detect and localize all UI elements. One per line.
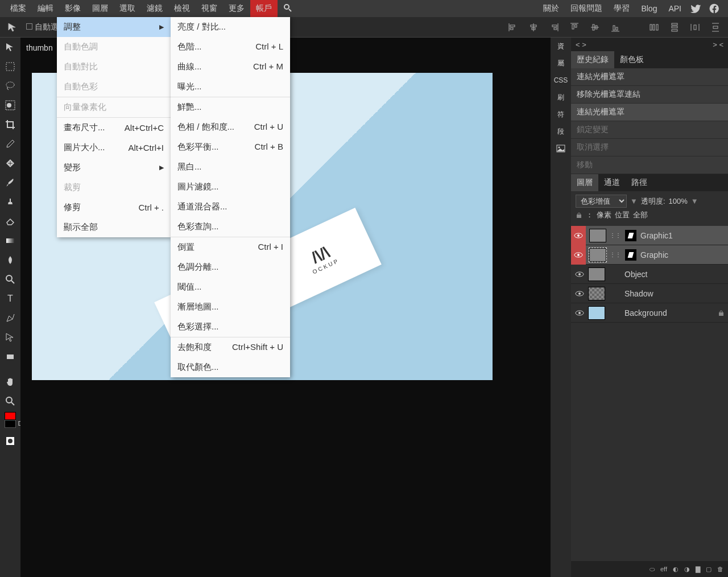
quickmask-toggle[interactable]: [0, 431, 20, 451]
menu-invert[interactable]: 倒置Ctrl + I: [171, 237, 290, 257]
link-icon[interactable]: ⋮⋮: [610, 232, 621, 238]
tab-layers[interactable]: 圖層: [571, 174, 598, 191]
menu-desaturate[interactable]: 去飽和度Ctrl+Shift + U: [171, 337, 290, 357]
new-layer-icon[interactable]: ▢: [706, 566, 712, 573]
blur-tool[interactable]: [0, 250, 20, 270]
zoom-tool[interactable]: [0, 391, 20, 411]
align-right-icon[interactable]: [547, 20, 561, 34]
menu-account[interactable]: 帳戶: [250, 0, 278, 17]
lasso-tool[interactable]: [0, 76, 20, 96]
tab-paths[interactable]: 路徑: [626, 174, 653, 191]
side-tab-character[interactable]: 符: [551, 106, 571, 123]
visibility-icon[interactable]: [574, 269, 585, 279]
side-tab-css[interactable]: CSS: [551, 72, 571, 89]
history-item[interactable]: 移動: [571, 156, 728, 174]
menu-file[interactable]: 檔案: [5, 0, 32, 17]
panel-collapse-left[interactable]: < >: [576, 40, 586, 49]
menu-selective-color[interactable]: 色彩選擇...: [171, 317, 290, 337]
history-item[interactable]: 取消選擇: [571, 139, 728, 156]
tab-channels[interactable]: 通道: [598, 174, 626, 191]
menu-search-icon[interactable]: [278, 0, 298, 18]
link-api[interactable]: API: [663, 1, 687, 17]
layer-thumbnail[interactable]: [588, 306, 605, 320]
link-layers-icon[interactable]: ⬭: [650, 566, 655, 573]
menu-photo-filter[interactable]: 圖片濾鏡...: [171, 177, 290, 197]
menu-image-size[interactable]: 圖片大小...Alt+Ctrl+I: [57, 138, 171, 158]
gradient-tool[interactable]: [0, 231, 20, 250]
layer-name[interactable]: Background: [624, 308, 667, 318]
history-item[interactable]: 移除光柵遮罩連結: [571, 86, 728, 104]
menu-reveal-all[interactable]: 顯示全部: [57, 217, 171, 237]
layer-row[interactable]: Shadow: [571, 284, 728, 303]
adjustment-layer-icon[interactable]: ◑: [684, 566, 690, 573]
menu-curves[interactable]: 曲線...Ctrl + M: [171, 57, 290, 77]
menu-view[interactable]: 檢視: [168, 0, 196, 17]
align-center-h-icon[interactable]: [527, 20, 540, 34]
link-blog[interactable]: Blog: [635, 1, 663, 17]
lock-all[interactable]: 全部: [633, 210, 648, 220]
menu-posterize[interactable]: 色調分離...: [171, 257, 290, 277]
align-middle-v-icon[interactable]: [588, 20, 602, 34]
side-tab-paragraph[interactable]: 段: [551, 123, 571, 140]
menu-color-balance[interactable]: 色彩平衡...Ctrl + B: [171, 137, 290, 157]
layer-mask-thumbnail[interactable]: [624, 229, 637, 242]
magic-wand-tool[interactable]: [0, 96, 20, 115]
layer-thumbnail[interactable]: [588, 287, 605, 300]
crop-tool[interactable]: [0, 115, 20, 134]
menu-trim[interactable]: 修剪Ctrl + .: [57, 197, 171, 217]
auto-select-option[interactable]: 自動選: [26, 22, 59, 32]
menu-vibrance[interactable]: 鮮艷...: [171, 97, 290, 117]
menu-transform[interactable]: 變形▶: [57, 158, 171, 178]
menu-auto-color[interactable]: 自動色彩: [57, 77, 171, 97]
layer-effects-label[interactable]: eff: [660, 566, 667, 572]
distribute-v-icon[interactable]: [668, 20, 681, 34]
side-tab-properties[interactable]: 屬: [551, 55, 571, 72]
visibility-icon[interactable]: [573, 250, 584, 260]
layer-thumbnail[interactable]: [588, 267, 605, 281]
menu-black-white[interactable]: 黑白...: [171, 157, 290, 177]
brush-tool[interactable]: [0, 173, 20, 192]
move-tool[interactable]: [0, 38, 20, 57]
menu-window[interactable]: 視窗: [196, 0, 223, 17]
visibility-icon[interactable]: [574, 288, 585, 299]
rect-select-tool[interactable]: [0, 57, 20, 76]
align-bottom-icon[interactable]: [609, 20, 622, 34]
menu-gradient-map[interactable]: 漸層地圖...: [171, 297, 290, 317]
distribute-spacing-v-icon[interactable]: [709, 20, 722, 34]
foreground-color-swatch[interactable]: [5, 412, 16, 420]
shape-tool[interactable]: [0, 347, 20, 366]
layer-thumbnail[interactable]: [589, 248, 606, 262]
lock-position[interactable]: 位置: [615, 210, 630, 220]
new-folder-icon[interactable]: ▇: [696, 566, 700, 573]
menu-replace-color[interactable]: 取代顏色...: [171, 357, 290, 377]
clone-stamp-tool[interactable]: [0, 192, 20, 212]
layer-row[interactable]: Background: [571, 303, 728, 323]
side-tab-image-icon[interactable]: [551, 140, 571, 157]
link-report[interactable]: 回報問題: [565, 0, 608, 17]
menu-canvas-size[interactable]: 畫布尺寸...Alt+Ctrl+C: [57, 118, 171, 138]
tab-history[interactable]: 歷史紀錄: [571, 51, 614, 68]
link-icon[interactable]: ⋮⋮: [610, 252, 621, 258]
menu-levels[interactable]: 色階...Ctrl + L: [171, 37, 290, 57]
layer-row[interactable]: Object: [571, 265, 728, 284]
facebook-icon[interactable]: [709, 3, 720, 14]
tab-swatches[interactable]: 顏色板: [614, 51, 650, 68]
align-top-icon[interactable]: [568, 20, 581, 34]
twitter-icon[interactable]: [690, 3, 702, 14]
eraser-tool[interactable]: [0, 212, 20, 231]
menu-hue-saturation[interactable]: 色相 / 飽和度...Ctrl + U: [171, 117, 290, 137]
history-item[interactable]: 連結光柵遮罩: [571, 104, 728, 121]
layer-row[interactable]: ⋮⋮ Graphic: [571, 245, 728, 265]
menu-adjustments[interactable]: 調整▶: [57, 17, 171, 37]
menu-edit[interactable]: 編輯: [32, 0, 59, 17]
menu-color-lookup[interactable]: 色彩查詢...: [171, 217, 290, 237]
menu-filter[interactable]: 濾鏡: [141, 0, 168, 17]
background-color-swatch[interactable]: [5, 420, 16, 428]
layer-name[interactable]: Object: [624, 270, 647, 279]
hand-tool[interactable]: [0, 372, 20, 391]
menu-more[interactable]: 更多: [223, 0, 250, 17]
distribute-h-icon[interactable]: [647, 20, 661, 34]
opacity-value[interactable]: 100%: [669, 197, 688, 205]
menu-auto-contrast[interactable]: 自動對比: [57, 57, 171, 77]
menu-brightness-contrast[interactable]: 亮度 / 對比...: [171, 17, 290, 37]
